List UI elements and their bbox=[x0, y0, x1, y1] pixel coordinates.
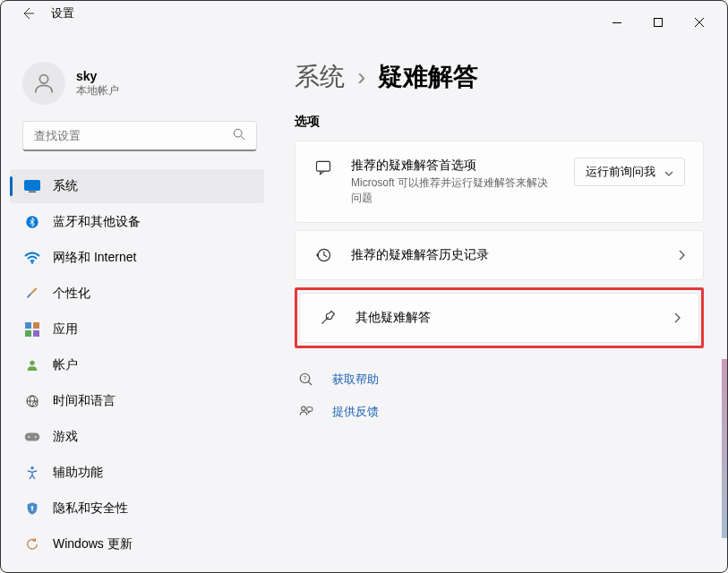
content: 系统 › 疑难解答 选项 推荐的疑难解答首选项 Microsoft 可以推荐并运… bbox=[270, 44, 727, 572]
profile-subtitle: 本地帐户 bbox=[76, 83, 119, 98]
help-icon: ? bbox=[298, 372, 314, 388]
svg-rect-8 bbox=[25, 322, 31, 329]
svg-rect-11 bbox=[33, 330, 39, 337]
bluetooth-icon bbox=[24, 214, 40, 230]
person-icon bbox=[24, 357, 40, 373]
sidebar-item-shield[interactable]: 隐私和安全性 bbox=[10, 492, 264, 526]
svg-rect-5 bbox=[29, 192, 36, 193]
wrench-icon bbox=[318, 308, 338, 328]
svg-text:?: ? bbox=[304, 374, 307, 381]
sidebar-item-wifi[interactable]: 网络和 Internet bbox=[10, 241, 264, 275]
sidebar-item-label: Windows 更新 bbox=[53, 536, 133, 552]
svg-rect-1 bbox=[655, 19, 663, 27]
search-input[interactable] bbox=[34, 129, 233, 142]
svg-rect-4 bbox=[25, 181, 40, 191]
chevron-down-icon bbox=[664, 166, 673, 179]
sidebar-item-label: 系统 bbox=[53, 178, 78, 194]
gamepad-icon bbox=[24, 429, 40, 445]
sidebar-item-label: 隐私和安全性 bbox=[53, 500, 128, 517]
svg-point-2 bbox=[39, 75, 47, 83]
chevron-right-icon bbox=[674, 312, 681, 323]
feedback-icon bbox=[298, 404, 314, 420]
globe-icon bbox=[24, 393, 40, 409]
card-history[interactable]: 推荐的疑难解答历史记录 bbox=[295, 230, 704, 280]
svg-rect-16 bbox=[25, 433, 40, 441]
brush-icon bbox=[24, 286, 40, 302]
svg-point-12 bbox=[30, 361, 34, 365]
chevron-right-icon bbox=[679, 250, 685, 261]
sidebar-item-apps[interactable]: 应用 bbox=[10, 312, 264, 346]
card-recommended[interactable]: 推荐的疑难解答首选项 Microsoft 可以推荐并运行疑难解答来解决问题 运行… bbox=[295, 141, 704, 223]
sidebar-item-label: 辅助功能 bbox=[53, 465, 103, 481]
highlighted-card: 其他疑难解答 bbox=[295, 287, 704, 348]
search-icon bbox=[233, 128, 245, 144]
chat-icon bbox=[313, 158, 333, 177]
svg-rect-9 bbox=[33, 322, 39, 329]
feedback-label: 提供反馈 bbox=[332, 404, 379, 420]
sidebar: sky 本地帐户 系统蓝牙和其他设备网络和 Internet个性化应用帐户时间和… bbox=[1, 44, 270, 572]
svg-point-3 bbox=[234, 129, 242, 137]
sidebar-item-system[interactable]: 系统 bbox=[10, 169, 264, 203]
avatar bbox=[22, 62, 65, 105]
sidebar-item-label: 时间和语言 bbox=[53, 393, 116, 409]
wifi-icon bbox=[24, 250, 40, 266]
card-other[interactable]: 其他疑难解答 bbox=[299, 293, 699, 343]
svg-point-17 bbox=[28, 436, 30, 438]
card-subtitle: Microsoft 可以推荐并运行疑难解答来解决问题 bbox=[351, 175, 556, 206]
sidebar-item-label: 蓝牙和其他设备 bbox=[53, 214, 141, 230]
sidebar-item-accessibility[interactable]: 辅助功能 bbox=[10, 456, 264, 490]
card-title: 推荐的疑难解答首选项 bbox=[351, 158, 556, 174]
card-title: 推荐的疑难解答历史记录 bbox=[351, 247, 661, 263]
sidebar-item-label: 游戏 bbox=[53, 429, 78, 445]
svg-rect-21 bbox=[31, 508, 32, 510]
svg-point-7 bbox=[31, 261, 33, 263]
breadcrumb-current: 疑难解答 bbox=[378, 60, 478, 94]
svg-rect-27 bbox=[307, 406, 313, 411]
dropdown-preference[interactable]: 运行前询问我 bbox=[574, 158, 685, 186]
svg-point-26 bbox=[302, 406, 306, 411]
sidebar-item-label: 个性化 bbox=[53, 286, 90, 302]
accessibility-icon bbox=[24, 465, 40, 481]
sidebar-item-globe[interactable]: 时间和语言 bbox=[10, 384, 264, 418]
maximize-button[interactable] bbox=[638, 8, 679, 37]
card-title: 其他疑难解答 bbox=[355, 310, 656, 326]
chevron-right-icon: › bbox=[357, 63, 365, 91]
titlebar bbox=[1, 1, 727, 44]
breadcrumb-parent[interactable]: 系统 bbox=[295, 60, 345, 94]
sidebar-item-brush[interactable]: 个性化 bbox=[10, 277, 264, 311]
sidebar-item-label: 网络和 Internet bbox=[53, 250, 136, 266]
profile[interactable]: sky 本地帐户 bbox=[10, 55, 270, 121]
app-title: 设置 bbox=[51, 5, 74, 21]
close-button[interactable] bbox=[679, 8, 720, 37]
svg-rect-22 bbox=[317, 161, 330, 171]
apps-icon bbox=[24, 321, 40, 338]
sidebar-item-update[interactable]: Windows 更新 bbox=[10, 527, 264, 561]
breadcrumb: 系统 › 疑难解答 bbox=[295, 60, 704, 94]
section-label: 选项 bbox=[295, 114, 704, 130]
update-icon bbox=[24, 536, 40, 552]
feedback-link[interactable]: 提供反馈 bbox=[295, 398, 704, 425]
svg-rect-0 bbox=[612, 22, 621, 23]
shield-icon bbox=[24, 500, 40, 517]
svg-point-19 bbox=[30, 466, 33, 469]
help-label: 获取帮助 bbox=[332, 372, 379, 388]
profile-name: sky bbox=[76, 69, 119, 83]
svg-point-18 bbox=[35, 436, 37, 438]
sidebar-item-person[interactable]: 帐户 bbox=[10, 348, 264, 382]
sidebar-item-label: 应用 bbox=[53, 321, 78, 338]
back-button[interactable] bbox=[19, 4, 37, 22]
history-icon bbox=[313, 245, 333, 265]
svg-rect-10 bbox=[25, 330, 31, 337]
search-box[interactable] bbox=[22, 121, 257, 151]
minimize-button[interactable] bbox=[596, 8, 638, 37]
help-link[interactable]: ? 获取帮助 bbox=[295, 366, 704, 393]
sidebar-item-gamepad[interactable]: 游戏 bbox=[10, 420, 264, 454]
decorative-edge bbox=[722, 359, 727, 538]
sidebar-item-bluetooth[interactable]: 蓝牙和其他设备 bbox=[10, 205, 264, 239]
system-icon bbox=[24, 178, 40, 194]
sidebar-item-label: 帐户 bbox=[53, 357, 78, 373]
